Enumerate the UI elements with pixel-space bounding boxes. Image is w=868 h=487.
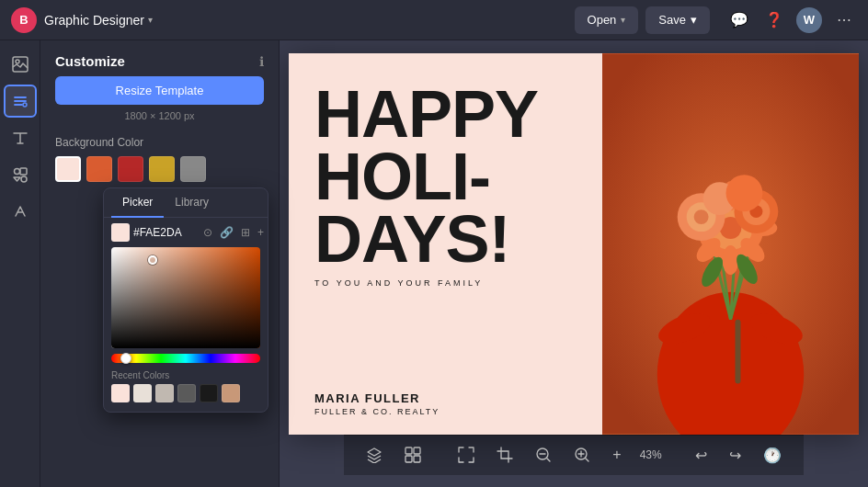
avatar[interactable]: W — [796, 7, 822, 33]
svg-point-29 — [694, 210, 709, 224]
add-color-button[interactable]: + — [256, 226, 266, 239]
svg-rect-4 — [20, 168, 27, 175]
canvas-happy-text: HAPPY HOLI- DAYS! — [314, 83, 584, 271]
svg-rect-37 — [405, 447, 412, 454]
sidebar-item-image[interactable] — [4, 48, 37, 81]
canvas-headline: HAPPY HOLI- DAYS! TO YOU AND YOUR FAMILY — [314, 83, 584, 288]
resize-template-button[interactable]: Resize Template — [55, 76, 264, 105]
swatch-gray[interactable] — [180, 156, 206, 182]
zoom-control: 43% — [640, 448, 662, 461]
svg-point-2 — [23, 103, 27, 107]
more-options-button[interactable]: ⋯ — [831, 7, 857, 33]
recent-colors-label: Recent Colors — [104, 368, 268, 384]
zoom-fit-button[interactable] — [570, 443, 594, 467]
canvas-line1: HAPPY — [314, 83, 584, 145]
canvas-author-company: FULLER & CO. REALTY — [314, 407, 584, 416]
copy-link-button[interactable]: 🔗 — [218, 226, 235, 239]
open-label: Open — [588, 13, 617, 27]
redo-button[interactable]: ↪ — [725, 443, 745, 468]
svg-point-1 — [16, 60, 19, 63]
flower-person-svg — [602, 53, 859, 435]
canvas-line3: DAYS! — [314, 208, 584, 270]
design-canvas[interactable]: HAPPY HOLI- DAYS! TO YOU AND YOUR FAMILY… — [289, 53, 859, 435]
canvas-text-side: HAPPY HOLI- DAYS! TO YOU AND YOUR FAMILY… — [289, 53, 602, 435]
sidebar-item-customize[interactable] — [4, 85, 37, 118]
grid-view-button[interactable] — [401, 443, 425, 467]
app-name-label: Graphic Designer — [44, 13, 144, 28]
history-button[interactable]: 🕐 — [760, 443, 785, 468]
crop-button[interactable] — [493, 443, 517, 467]
canvas-author-name: MARIA FULLER — [314, 391, 584, 405]
recent-swatch-1[interactable] — [111, 384, 130, 402]
current-color-dot[interactable] — [111, 223, 130, 242]
svg-point-5 — [21, 176, 27, 182]
swatch-red[interactable] — [118, 156, 143, 182]
grid-button[interactable]: ⊞ — [239, 226, 252, 239]
canvas-photo — [602, 53, 859, 435]
avatar-label: W — [804, 13, 815, 27]
tab-picker[interactable]: Picker — [111, 188, 164, 218]
app-logo[interactable]: B — [11, 7, 37, 33]
fit-screen-button[interactable] — [454, 443, 478, 467]
hex-input[interactable] — [133, 226, 198, 239]
sidebar-item-elements[interactable] — [4, 158, 37, 191]
recent-swatch-5[interactable] — [200, 384, 218, 402]
recent-colors — [104, 384, 268, 402]
info-icon[interactable]: ℹ — [259, 54, 264, 69]
comment-button[interactable]: 💬 — [726, 7, 752, 33]
recent-swatch-4[interactable] — [177, 384, 196, 402]
app-name-dropdown[interactable]: Graphic Designer ▾ — [44, 13, 153, 28]
sidebar-item-text[interactable] — [4, 121, 37, 154]
svg-rect-0 — [13, 57, 28, 72]
help-button[interactable]: ❓ — [761, 7, 787, 33]
save-label: Save — [658, 13, 686, 27]
swatch-orange[interactable] — [86, 156, 112, 182]
svg-point-34 — [726, 175, 763, 211]
save-button[interactable]: Save ▾ — [645, 6, 710, 34]
layers-button[interactable] — [362, 443, 386, 467]
svg-point-3 — [14, 169, 19, 175]
color-picker-popup: Picker Library ⊙ 🔗 ⊞ + Recent Colors — [103, 187, 268, 413]
swatch-fae2da[interactable] — [55, 156, 81, 182]
gradient-picker[interactable] — [111, 247, 260, 348]
background-color-label: Background Color — [40, 130, 279, 153]
zoom-in-button[interactable]: + — [609, 445, 624, 465]
open-button[interactable]: Open ▾ — [575, 6, 639, 34]
bottom-toolbar: + 43% ↩ ↪ 🕐 — [344, 435, 803, 475]
svg-rect-10 — [735, 319, 740, 383]
hex-row: ⊙ 🔗 ⊞ + — [104, 218, 268, 247]
sidebar-item-type[interactable] — [4, 195, 37, 228]
canvas-subtitle: TO YOU AND YOUR FAMILY — [314, 278, 584, 288]
left-panel: Customize ℹ Resize Template 1800 × 1200 … — [40, 40, 280, 487]
svg-rect-38 — [414, 447, 420, 454]
undo-button[interactable]: ↩ — [691, 443, 711, 468]
canvas-area: HAPPY HOLI- DAYS! TO YOU AND YOUR FAMILY… — [280, 40, 868, 487]
icon-sidebar — [0, 40, 40, 487]
canvas-author: MARIA FULLER FULLER & CO. REALTY — [314, 373, 584, 416]
svg-point-20 — [723, 244, 739, 274]
svg-rect-39 — [405, 456, 412, 462]
chevron-down-icon: ▾ — [691, 13, 697, 27]
color-swatches — [40, 153, 279, 189]
hue-thumb — [120, 353, 131, 364]
canvas-image-side — [602, 53, 859, 435]
canvas-line2: HOLI- — [314, 145, 584, 208]
tab-library[interactable]: Library — [164, 188, 220, 218]
main-area: Customize ℹ Resize Template 1800 × 1200 … — [0, 40, 868, 487]
recent-swatch-3[interactable] — [155, 384, 174, 402]
eyedropper-button[interactable]: ⊙ — [201, 226, 214, 239]
svg-rect-40 — [414, 456, 420, 462]
swatch-gold[interactable] — [149, 156, 175, 182]
panel-header: Customize ℹ — [40, 40, 279, 76]
picker-tabs: Picker Library — [104, 188, 268, 218]
zoom-out-button[interactable] — [531, 443, 555, 467]
recent-swatch-2[interactable] — [133, 384, 152, 402]
recent-swatch-6[interactable] — [222, 384, 240, 402]
chevron-down-icon: ▾ — [621, 15, 625, 25]
chevron-down-icon: ▾ — [148, 15, 153, 25]
template-dimensions: 1800 × 1200 px — [40, 110, 279, 121]
hue-bar[interactable] — [111, 354, 260, 363]
zoom-percent: 43% — [640, 448, 662, 461]
topbar-icons: 💬 ❓ W ⋯ — [726, 7, 857, 33]
logo-text: B — [19, 13, 28, 27]
